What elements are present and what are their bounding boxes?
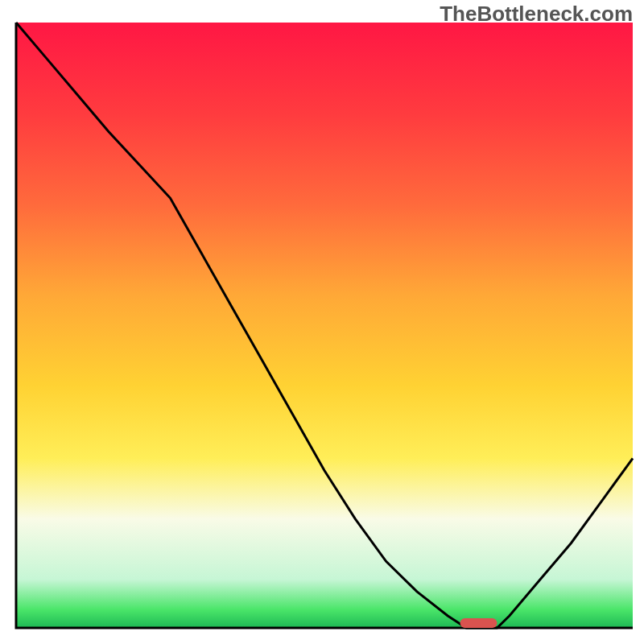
watermark-text: TheBottleneck.com (440, 2, 633, 27)
optimal-marker (460, 618, 497, 628)
chart-container: TheBottleneck.com (0, 0, 644, 644)
bottleneck-chart (0, 0, 644, 644)
plot-background (16, 23, 633, 628)
